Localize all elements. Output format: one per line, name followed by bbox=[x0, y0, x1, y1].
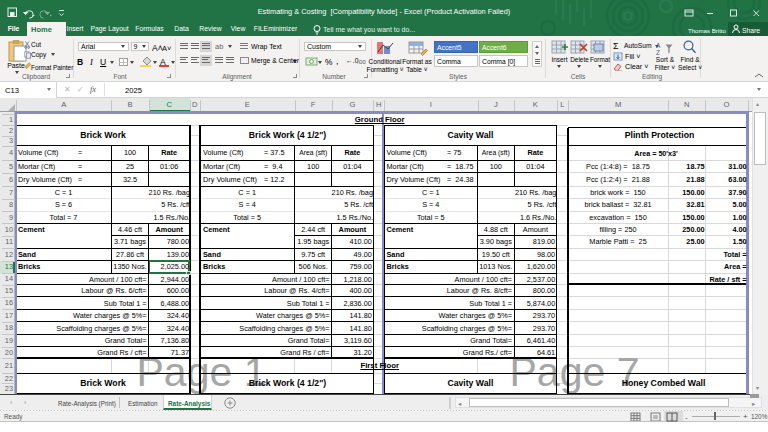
svg-text:A: A bbox=[656, 41, 661, 48]
svg-text:Z: Z bbox=[656, 48, 660, 55]
svg-text:Page 1: Page 1 bbox=[137, 349, 267, 395]
svg-text:Page 7: Page 7 bbox=[510, 349, 640, 395]
